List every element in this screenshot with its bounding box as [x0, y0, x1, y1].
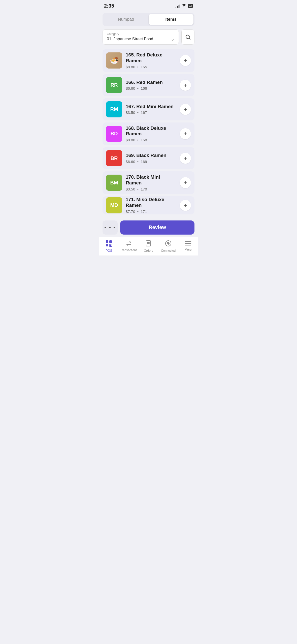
list-item: MD 171. Miso Deluxe Ramen $7.70 • 171 + [103, 196, 194, 214]
svg-rect-3 [106, 244, 108, 246]
item-meta: $6.60 • 169 [126, 159, 176, 164]
item-name: 165. Red Deluxe Ramen [126, 52, 176, 64]
nav-pos[interactable]: POS [99, 237, 119, 253]
item-info: 171. Miso Deluxe Ramen $7.70 • 171 [126, 197, 176, 214]
item-info: 167. Red Mini Ramen $3.50 • 167 [126, 104, 176, 115]
transactions-icon [125, 240, 132, 247]
item-name: 170. Black Mini Ramen [126, 174, 176, 186]
item-name: 166. Red Ramen [126, 80, 176, 85]
item-meta: $8.80 • 168 [126, 138, 176, 142]
status-bar: 2:35 23 [99, 0, 198, 11]
category-dropdown[interactable]: Category 01. Japanese Street Food ⌄ [103, 29, 179, 45]
item-avatar: BD [106, 126, 122, 142]
nav-orders[interactable]: Orders [139, 237, 158, 253]
item-meta: $3.50 • 167 [126, 110, 176, 115]
add-item-button[interactable]: + [180, 177, 191, 188]
item-avatar: BR [106, 150, 122, 166]
svg-text:⚉: ⚉ [167, 242, 170, 245]
item-info: 165. Red Deluxe Ramen $8.80 • 165 [126, 52, 176, 69]
nav-connected[interactable]: ⚉ Connected [158, 237, 178, 253]
list-item: RR 166. Red Ramen $6.60 • 166 + [103, 74, 194, 96]
review-button[interactable]: Review [120, 220, 194, 235]
item-name: 171. Miso Deluxe Ramen [126, 197, 176, 208]
item-meta: $3.50 • 170 [126, 187, 176, 191]
item-avatar: BM [106, 175, 122, 191]
signal-icon [176, 4, 180, 8]
items-list: 🍜 165. Red Deluxe Ramen $8.80 • 165 + RR… [103, 49, 194, 217]
item-meta: $7.70 • 171 [126, 209, 176, 214]
wifi-icon [182, 4, 186, 8]
list-item: RM 167. Red Mini Ramen $3.50 • 167 + [103, 98, 194, 120]
item-meta: $8.80 • 165 [126, 65, 176, 69]
add-item-button[interactable]: + [180, 104, 191, 115]
dots-icon: • • • [104, 224, 116, 231]
nav-more[interactable]: More [178, 237, 198, 253]
nav-transactions-label: Transactions [120, 248, 137, 252]
chevron-down-icon: ⌄ [171, 36, 175, 42]
category-label: Category [107, 32, 175, 36]
item-info: 166. Red Ramen $6.60 • 166 [126, 80, 176, 91]
nav-pos-label: POS [106, 249, 112, 252]
nav-more-label: More [185, 248, 191, 251]
list-item: BD 168. Black Deluxe Ramen $8.80 • 168 + [103, 122, 194, 145]
add-item-button[interactable]: + [180, 128, 191, 139]
svg-rect-2 [109, 240, 112, 243]
category-row: Category 01. Japanese Street Food ⌄ [103, 29, 194, 45]
more-icon [185, 241, 191, 247]
status-icons: 23 [176, 4, 193, 8]
search-button[interactable] [181, 29, 194, 45]
battery-icon: 23 [188, 4, 193, 8]
more-options-button[interactable]: • • • [103, 220, 118, 235]
add-item-button[interactable]: + [180, 55, 191, 66]
item-avatar: RR [106, 77, 122, 93]
bottom-nav: POS Transactions Orders [99, 237, 198, 255]
item-meta: $6.60 • 166 [126, 86, 176, 90]
item-info: 168. Black Deluxe Ramen $8.80 • 168 [126, 125, 176, 142]
search-icon [185, 34, 191, 40]
tab-items[interactable]: Items [149, 14, 194, 25]
add-item-button[interactable]: + [180, 80, 191, 91]
item-name: 168. Black Deluxe Ramen [126, 125, 176, 137]
nav-orders-label: Orders [144, 249, 153, 252]
connected-icon: ⚉ [165, 240, 172, 248]
list-item: BR 169. Black Ramen $6.60 • 169 + [103, 147, 194, 169]
bottom-action-bar: • • • Review [99, 218, 198, 237]
item-image: 🍜 [106, 52, 122, 69]
item-info: 170. Black Mini Ramen $3.50 • 170 [126, 174, 176, 191]
pos-icon [105, 240, 112, 248]
nav-transactions[interactable]: Transactions [119, 237, 139, 253]
tab-switcher: Numpad Items [103, 13, 194, 26]
add-item-button[interactable]: + [180, 200, 191, 211]
list-item: BM 170. Black Mini Ramen $3.50 • 170 + [103, 171, 194, 194]
item-avatar: RM [106, 101, 122, 117]
svg-rect-1 [106, 240, 108, 243]
item-info: 169. Black Ramen $6.60 • 169 [126, 153, 176, 164]
tab-numpad[interactable]: Numpad [104, 14, 149, 25]
item-name: 167. Red Mini Ramen [126, 104, 176, 110]
status-time: 2:35 [104, 3, 114, 9]
item-avatar: MD [106, 197, 122, 213]
item-name: 169. Black Ramen [126, 153, 176, 158]
list-item: 🍜 165. Red Deluxe Ramen $8.80 • 165 + [103, 49, 194, 72]
orders-icon [145, 240, 151, 248]
nav-connected-label: Connected [161, 249, 176, 252]
add-item-button[interactable]: + [180, 153, 191, 164]
category-value: 01. Japanese Street Food [107, 37, 153, 41]
